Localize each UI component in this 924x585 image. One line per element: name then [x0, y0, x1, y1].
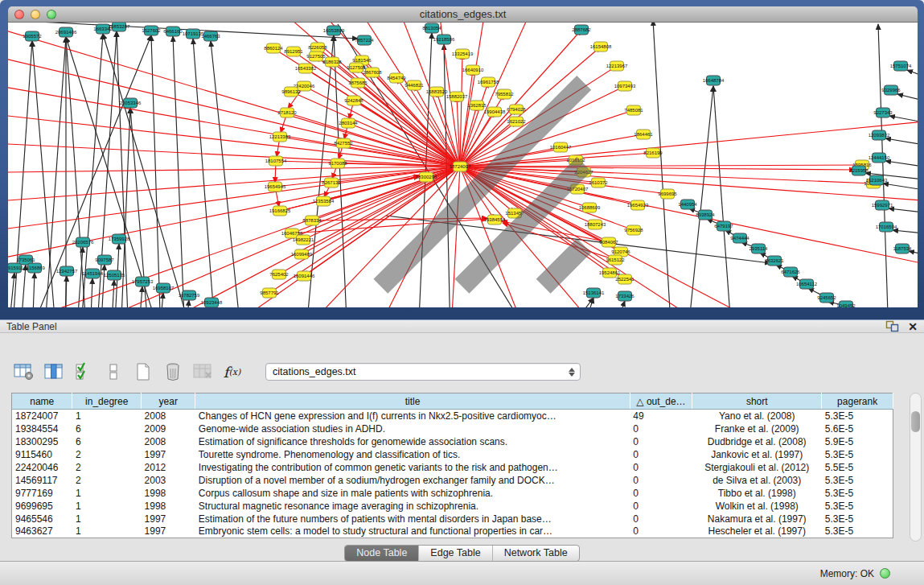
table-cell: 1997: [142, 513, 195, 525]
column-header-year[interactable]: year: [142, 393, 195, 410]
column-header-in_degree[interactable]: in_degree: [72, 393, 142, 410]
table-cell: Genome-wide association studies in ADHD.: [195, 422, 630, 435]
create-table-icon[interactable]: [132, 361, 154, 383]
table-cell: 0: [630, 513, 692, 525]
table-cell: 9115460: [12, 448, 72, 461]
table-cell: 5.3E-5: [822, 500, 893, 513]
table-cell: 18724007: [12, 410, 72, 422]
delete-table-icon: [191, 361, 213, 383]
float-panel-icon[interactable]: [885, 320, 900, 332]
table-cell: 6: [72, 422, 142, 435]
table-cell: 0: [630, 461, 692, 474]
table-cell: 0: [630, 448, 692, 461]
tab-edge-table[interactable]: Edge Table: [419, 546, 492, 561]
table-row[interactable]: 1456911722003Disruption of a novel membe…: [12, 474, 893, 487]
table-cell: 2003: [142, 474, 195, 487]
column-header-pagerank[interactable]: pagerank: [822, 393, 893, 410]
close-panel-icon[interactable]: ✕: [908, 321, 918, 332]
zoom-window-button[interactable]: [47, 10, 56, 19]
table-cell: de Silva et al. (2003): [692, 474, 822, 487]
attribute-settings-icon[interactable]: [13, 361, 35, 383]
table-cell: 5.3E-5: [822, 513, 893, 525]
table-row[interactable]: 946554611997Estimation of the future num…: [12, 513, 893, 525]
select-all-icon[interactable]: [72, 361, 94, 383]
network-canvas[interactable]: 18724007 18300295 19384554 22420046 9896…: [8, 23, 918, 307]
column-header-name[interactable]: name: [12, 393, 72, 410]
table-cell: Franke et al. (2009): [692, 422, 822, 435]
table-row[interactable]: 946362711997Embryonic stem cells: a mode…: [12, 525, 893, 538]
table-cell: 1: [72, 410, 142, 422]
table-cell: 5.3E-5: [822, 487, 893, 500]
table-row[interactable]: 1830029562008Estimation of significance …: [12, 435, 893, 448]
table-row[interactable]: 969969511998Structural magnetic resonanc…: [12, 500, 893, 513]
table-cell: Estimation of significance thresholds fo…: [195, 435, 630, 448]
table-cell: Disruption of a novel member of a sodium…: [195, 474, 630, 487]
table-cell: 9699695: [12, 500, 72, 513]
unselect-all-icon[interactable]: [102, 361, 124, 383]
table-scrollbar[interactable]: [910, 393, 922, 542]
table-cell: Yano et al. (2008): [692, 410, 822, 422]
minimize-window-button[interactable]: [31, 10, 40, 19]
table-cell: 9777169: [12, 487, 72, 500]
table-cell: 2012: [142, 461, 195, 474]
table-cell: 0: [630, 474, 692, 487]
column-header-out_de[interactable]: △ out_de…: [630, 393, 692, 410]
tab-node-table[interactable]: Node Table: [345, 546, 419, 561]
show-columns-icon[interactable]: [43, 361, 64, 383]
table-panel-title: Table Panel: [6, 321, 57, 332]
table-cell: 9463627: [12, 525, 72, 538]
table-panel-body: f(x) citations_edges.txt namein_degreeye…: [0, 333, 924, 564]
close-window-button[interactable]: [14, 10, 24, 19]
table-cell: Estimation of the future numbers of pati…: [195, 513, 630, 525]
table-row[interactable]: 2242004622012Investigating the contribut…: [12, 461, 893, 474]
table-cell: 5.6E-5: [822, 422, 893, 435]
table-row[interactable]: 977716911998Corpus callosum shape and si…: [12, 487, 893, 500]
table-cell: Corpus callosum shape and size in male p…: [195, 487, 630, 500]
table-cell: 2008: [142, 435, 195, 448]
network-window: citations_edges.txt 18724007 18300295 19…: [0, 0, 924, 319]
table-cell: 2: [72, 461, 142, 474]
delete-column-icon[interactable]: [162, 361, 183, 383]
table-panel: Table Panel ✕: [0, 319, 924, 561]
table-selector-value: citations_edges.txt: [273, 366, 356, 377]
table-header-row: namein_degreeyeartitle△ out_de…shortpage…: [12, 393, 893, 410]
window-title: citations_edges.txt: [8, 8, 918, 20]
table-cell: Nakamura et al. (1997): [692, 513, 822, 525]
column-header-short[interactable]: short: [692, 393, 822, 410]
table-cell: 19384554: [12, 422, 72, 435]
column-header-title[interactable]: title: [195, 393, 630, 410]
table-cell: 1997: [142, 525, 195, 538]
table-cell: 2008: [142, 410, 195, 422]
table-row[interactable]: 911546021997Tourette syndrome. Phenomeno…: [12, 448, 893, 461]
window-titlebar[interactable]: citations_edges.txt: [8, 6, 918, 23]
table-row[interactable]: 1938455462009Genome-wide association stu…: [12, 422, 893, 435]
table-body: 1872400712008Changes of HCN gene express…: [12, 410, 893, 538]
node-table: namein_degreeyeartitle△ out_de…shortpage…: [11, 393, 893, 538]
table-cell: Changes of HCN gene expression and I(f) …: [195, 410, 630, 422]
table-cell: 1998: [142, 500, 195, 513]
table-cell: Investigating the contribution of common…: [195, 461, 630, 474]
table-cell: 18300295: [12, 435, 72, 448]
table-cell: 1: [72, 513, 142, 525]
node-table-wrap: namein_degreeyeartitle△ out_de…shortpage…: [11, 393, 908, 542]
status-bar: Memory: OK: [0, 561, 924, 585]
resize-grip-icon[interactable]: [8, 23, 917, 307]
function-builder-icon[interactable]: f(x): [221, 361, 243, 383]
table-cell: Wolkin et al. (1998): [692, 500, 822, 513]
table-cell: 5.3E-5: [822, 525, 893, 538]
table-cell: Jankovic et al. (1997): [692, 448, 822, 461]
table-row[interactable]: 1872400712008Changes of HCN gene express…: [12, 410, 893, 422]
table-cell: 5.3E-5: [822, 410, 893, 422]
table-cell: 0: [630, 422, 692, 435]
table-selector-dropdown[interactable]: citations_edges.txt: [265, 363, 581, 381]
memory-ok-indicator: [880, 568, 890, 579]
table-cell: 5.9E-5: [822, 435, 893, 448]
table-cell: 2: [72, 474, 142, 487]
table-cell: Structural magnetic resonance image aver…: [195, 500, 630, 513]
tab-network-table[interactable]: Network Table: [493, 546, 579, 561]
table-cell: Dudbridge et al. (2008): [692, 435, 822, 448]
table-cell: 5.5E-5: [822, 461, 893, 474]
scrollbar-thumb[interactable]: [911, 411, 920, 432]
table-cell: 9465546: [12, 513, 72, 525]
table-cell: 0: [630, 435, 692, 448]
